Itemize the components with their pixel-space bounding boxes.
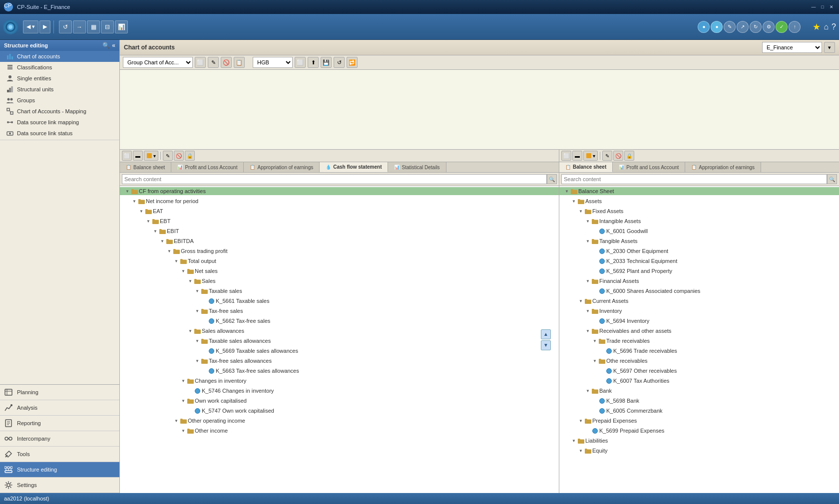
copy-button[interactable]: 📋 [234, 57, 245, 68]
toggle-total-output[interactable]: ▼ [173, 257, 180, 264]
toggle-balance-sheet-root[interactable]: ▼ [563, 188, 570, 195]
entity-dropdown[interactable]: E_Finance [762, 42, 822, 53]
undo-button[interactable]: ↺ [334, 57, 345, 68]
hgb-dropdown[interactable]: HGB [253, 57, 293, 68]
left-search-input[interactable] [122, 174, 547, 184]
sidebar-item-coa-mapping[interactable]: Chart of Accounts - Mapping [0, 106, 119, 117]
sidebar-item-datasource-mapping[interactable]: Data source link mapping [0, 117, 119, 128]
nav-analysis[interactable]: Analysis [0, 400, 119, 416]
toggle-other-receivables[interactable]: ▼ [591, 357, 598, 364]
toggle-taxable-sales[interactable]: ▼ [194, 287, 201, 294]
toggle-tax-free-sales[interactable]: ▼ [194, 307, 201, 314]
toggle-prepaid-expenses[interactable]: ▼ [577, 417, 584, 424]
toggle-current-assets[interactable]: ▼ [577, 297, 584, 304]
toggle-inventory[interactable]: ▼ [584, 307, 591, 314]
icon-6[interactable]: ⚙ [763, 21, 775, 33]
toggle-trade-receivables[interactable]: ▼ [591, 337, 598, 344]
sidebar-item-groups[interactable]: Groups [0, 95, 119, 106]
sidebar-item-single-entities[interactable]: Single entities [0, 73, 119, 84]
toggle-equity[interactable]: ▼ [577, 447, 584, 454]
icon-1[interactable]: ● [698, 21, 710, 33]
right-tab-balance-sheet[interactable]: 📋 Balance sheet [559, 162, 613, 172]
toggle-other-operating[interactable]: ▼ [173, 417, 180, 424]
toggle-fixed-assets[interactable]: ▼ [577, 208, 584, 215]
toggle-other-income[interactable]: ▼ [180, 427, 187, 434]
toggle-eat[interactable]: ▼ [138, 208, 145, 215]
help-icon[interactable]: ? [832, 22, 836, 31]
close-button[interactable]: ✕ [828, 3, 835, 10]
next-button[interactable]: → [73, 20, 86, 33]
minimize-button[interactable]: — [810, 3, 817, 10]
redo-button[interactable]: 🔁 [347, 57, 358, 68]
toggle-intangible-assets[interactable]: ▼ [584, 218, 591, 225]
sidebar-item-classifications[interactable]: Classifications [0, 62, 119, 73]
sidebar-collapse-icon[interactable]: « [112, 42, 115, 49]
left-search-button[interactable]: 🔍 [547, 174, 557, 184]
nav-structure-editing[interactable]: Structure editing [0, 462, 119, 478]
back-button[interactable]: ◀ ▾ [23, 20, 38, 33]
group-chart-dropdown[interactable]: Group Chart of Acc... [123, 57, 193, 68]
toggle-tangible-assets[interactable]: ▼ [584, 238, 591, 245]
icon-7[interactable]: ✓ [776, 21, 788, 33]
tab-statistical[interactable]: 📊 Statistical Details [388, 162, 446, 172]
left-pane-btn3[interactable]: ▾ [144, 151, 158, 161]
refresh-button[interactable]: ↺ [59, 20, 72, 33]
entity-expand-button[interactable]: ▾ [824, 42, 835, 53]
tab-profit-loss[interactable]: 📊 Profit and Loss Account [171, 162, 244, 172]
nav-settings[interactable]: Settings [0, 478, 119, 493]
sidebar-item-datasource-status[interactable]: Data source link status [0, 128, 119, 139]
sidebar-item-chart-of-accounts[interactable]: Chart of accounts [0, 51, 119, 62]
left-pane-up-button[interactable]: ▲ [541, 329, 551, 339]
left-pane-delete-btn[interactable]: 🚫 [174, 151, 184, 161]
toggle-ebitda[interactable]: ▼ [159, 238, 166, 245]
right-pane-edit-btn[interactable]: ✎ [602, 151, 612, 161]
delete-button[interactable]: 🚫 [221, 57, 232, 68]
toggle-taxable-allowances[interactable]: ▼ [194, 337, 201, 344]
toggle-sales-allowances[interactable]: ▼ [187, 327, 194, 334]
right-tab-profit-loss[interactable]: 📊 Profit and Loss Account [613, 162, 685, 172]
sidebar-search-icon[interactable]: 🔍 [102, 42, 110, 49]
export-button[interactable]: ⬆ [308, 57, 319, 68]
toggle-ebt[interactable]: ▼ [145, 218, 152, 225]
left-pane-btn2[interactable]: ▬ [133, 151, 143, 161]
right-pane-btn1[interactable]: ⬜ [561, 151, 571, 161]
save-button[interactable]: 💾 [321, 57, 332, 68]
toggle-net-income[interactable]: ▼ [131, 198, 138, 205]
right-pane-lock-btn[interactable]: 🔒 [624, 151, 634, 161]
sidebar-item-structural-units[interactable]: Structural units [0, 84, 119, 95]
right-tab-appropriation[interactable]: 📋 Appropriation of earnings [685, 162, 761, 172]
star-icon[interactable]: ★ [813, 21, 821, 32]
nav-intercompany[interactable]: Intercompany [0, 431, 119, 447]
left-pane-edit-btn[interactable]: ✎ [163, 151, 173, 161]
left-pane-btn1[interactable]: ⬜ [122, 151, 132, 161]
right-pane-btn2[interactable]: ▬ [572, 151, 582, 161]
tab-appropriation[interactable]: 📋 Appropriation of earnings [244, 162, 320, 172]
right-search-input[interactable] [561, 174, 827, 184]
left-pane-down-button[interactable]: ▼ [541, 340, 551, 350]
layout1-button[interactable]: ▦ [87, 20, 100, 33]
nav-planning[interactable]: Planning [0, 385, 119, 400]
right-pane-btn3[interactable]: ▾ [583, 151, 598, 161]
nav-reporting[interactable]: Reporting [0, 416, 119, 431]
toggle-receivables-other[interactable]: ▼ [584, 327, 591, 334]
left-pane-lock-btn[interactable]: 🔒 [185, 151, 195, 161]
toggle-assets[interactable]: ▼ [570, 198, 577, 205]
icon-4[interactable]: ↗ [737, 21, 749, 33]
toggle-ebit[interactable]: ▼ [152, 228, 159, 235]
toggle-bank[interactable]: ▼ [584, 387, 591, 394]
nav-tools[interactable]: Tools [0, 447, 119, 462]
toggle-liabilities[interactable]: ▼ [570, 437, 577, 444]
add-button[interactable]: ⬜ [295, 57, 306, 68]
edit-button[interactable]: ✎ [208, 57, 219, 68]
maximize-button[interactable]: □ [819, 3, 826, 10]
icon-3[interactable]: ✎ [724, 21, 736, 33]
icon-5[interactable]: ↻ [750, 21, 762, 33]
toggle-cf-operating[interactable]: ▼ [124, 188, 131, 195]
toggle-net-sales[interactable]: ▼ [180, 267, 187, 274]
icon-2[interactable]: ● [711, 21, 723, 33]
right-pane-delete-btn[interactable]: 🚫 [613, 151, 623, 161]
toggle-sales[interactable]: ▼ [187, 277, 194, 284]
right-search-button[interactable]: 🔍 [827, 174, 837, 184]
layout2-button[interactable]: ⊟ [101, 20, 114, 33]
tab-balance-sheet[interactable]: 📋 Balance sheet [120, 162, 171, 172]
